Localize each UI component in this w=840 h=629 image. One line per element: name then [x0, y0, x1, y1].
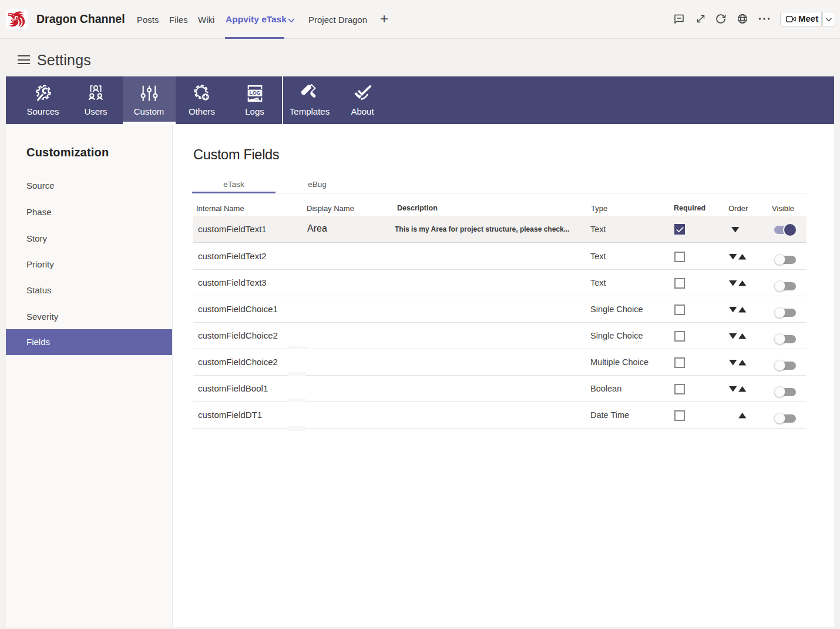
svg-text:LOG: LOG: [249, 90, 260, 96]
